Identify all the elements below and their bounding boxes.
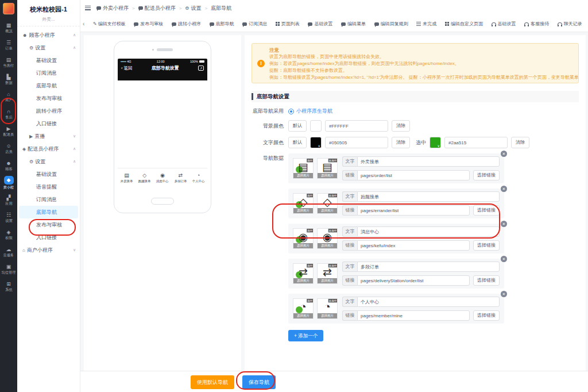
bg-clear-button[interactable]: 清除 (392, 120, 410, 132)
tree-publish-review-2[interactable]: 发布与审核 (17, 218, 80, 231)
select-link-button[interactable]: 选择链接 (473, 205, 500, 216)
choose-image-overlay[interactable]: 选择图片 (293, 278, 313, 283)
tree-settings-2[interactable]: ⚙设置∧ (17, 155, 80, 168)
collapse-menu-icon[interactable] (85, 6, 91, 10)
nav-link-input[interactable] (357, 275, 470, 286)
selected-icon-tile[interactable]: 选中◇选择图片 (293, 193, 314, 214)
rail-item-permissions[interactable]: ◈权限 (0, 226, 17, 243)
remove-row-icon[interactable] (501, 256, 507, 262)
nav-link-input[interactable] (357, 170, 470, 180)
unselected-icon-tile[interactable]: 未选中◔选择图片 (317, 298, 338, 319)
tree-settings-1[interactable]: ⚙设置∧ (17, 41, 80, 54)
tree-basic-settings-2[interactable]: 基础设置 (17, 168, 80, 180)
app-logo[interactable] (3, 3, 14, 14)
tab-page-list[interactable]: 页面列表 (276, 21, 300, 27)
selected-color-input[interactable] (444, 137, 508, 148)
unselected-icon-tile[interactable]: 未选中◉选择图片 (317, 228, 338, 249)
breadcrumb-item-settings[interactable]: ⚙设置 (185, 5, 201, 12)
text-default-button[interactable]: 默认 (288, 137, 307, 148)
text-clear-button[interactable]: 清除 (392, 137, 410, 148)
remove-row-icon[interactable] (501, 151, 507, 157)
selected-icon-tile[interactable]: 选中◉选择图片 (293, 228, 314, 249)
choose-image-overlay[interactable]: 选择图片 (318, 243, 337, 248)
rail-item-overview[interactable]: ▦概况 (0, 19, 17, 36)
native-nav-label[interactable]: 小程序原生导航 (296, 107, 332, 115)
selected-icon-tile[interactable]: 选中▤选择图片 (293, 158, 314, 179)
tab-publish-review[interactable]: 发布与审核 (134, 21, 163, 27)
remove-row-icon[interactable] (501, 186, 507, 192)
tree-voice-reminder[interactable]: 语音提醒 (17, 180, 80, 193)
tab-basic-settings-2[interactable]: 基础设置 (492, 21, 516, 27)
nav-text-input[interactable] (357, 156, 500, 167)
tree-bottom-nav-1[interactable]: 底部导航 (17, 79, 80, 92)
bg-color-swatch[interactable] (310, 120, 322, 132)
nav-text-input[interactable] (357, 262, 500, 272)
tab-subscribe-msg[interactable]: 订阅消息 (242, 21, 267, 27)
choose-image-overlay[interactable]: 选择图片 (293, 173, 313, 178)
remove-row-icon[interactable] (501, 221, 507, 227)
tab-service-reception[interactable]: 客服接待 (524, 21, 549, 27)
tab-edit-menu[interactable]: 编辑菜单 (341, 21, 366, 27)
choose-image-overlay[interactable]: 选择图片 (318, 278, 337, 283)
rail-item-sell-miniprogram[interactable]: ◆卖小程 (0, 174, 17, 191)
rail-item-system[interactable]: ⊞系统 (0, 278, 17, 295)
tab-jump-miniprogram[interactable]: 跳转小程序 (172, 21, 201, 27)
tabs-scroll-left[interactable]: ‹ (83, 21, 84, 27)
rail-item-merchant[interactable]: ⌂商户 (0, 88, 17, 105)
nav-link-input[interactable] (357, 205, 470, 216)
selected-color-swatch[interactable] (430, 137, 441, 148)
rail-item-slots[interactable]: ▣坑位管理 (0, 260, 17, 278)
choose-image-overlay[interactable]: 选择图片 (318, 313, 337, 318)
selected-icon-tile[interactable]: 选中◔选择图片 (293, 298, 314, 319)
nav-text-input[interactable] (357, 297, 500, 307)
tree-live[interactable]: ▶直播∨ (17, 130, 80, 143)
choose-image-overlay[interactable]: 选择图片 (318, 173, 337, 178)
save-nav-button[interactable]: 保存导航 (242, 375, 276, 389)
use-default-nav-button[interactable]: 使用默认导航 (191, 375, 234, 389)
rail-item-clerk[interactable]: ☺店员 (0, 140, 17, 157)
add-nav-item-button[interactable]: + 添加一个 (288, 330, 323, 341)
tree-entry-link-1[interactable]: 入口链接 (17, 117, 80, 130)
tab-chat-history[interactable]: 聊天记录 (558, 21, 582, 27)
bg-color-input[interactable] (325, 120, 388, 132)
tree-basic-settings-1[interactable]: 基础设置 (17, 54, 80, 67)
rail-item-facepay[interactable]: ▤当面付 (0, 53, 17, 71)
tab-unfinished[interactable]: 未完成 (416, 21, 436, 27)
tree-bottom-nav-2-active[interactable]: 底部导航 (19, 206, 78, 218)
tab-edit-custom-page[interactable]: 编辑自定义页面 (445, 21, 483, 27)
choose-image-overlay[interactable]: 选择图片 (293, 208, 313, 213)
breadcrumb-item-takeout[interactable]: 外卖小程序 (96, 5, 129, 12)
select-link-button[interactable]: 选择链接 (473, 275, 500, 286)
rail-item-apps[interactable]: ▞应用 (0, 191, 17, 209)
choose-image-overlay[interactable]: 选择图片 (293, 313, 313, 318)
tab-basic-settings-1[interactable]: 基础设置 (308, 21, 332, 27)
rail-item-courier[interactable]: ▶配送员 (0, 122, 17, 140)
tree-merchant-miniprogram[interactable]: ⌂商户小程序∨ (17, 244, 80, 256)
selected-clear-button[interactable]: 清除 (511, 137, 529, 148)
tree-courier-miniprogram[interactable]: ◈配送员小程序∧ (17, 143, 80, 155)
select-link-button[interactable]: 选择链接 (473, 240, 500, 251)
tree-subscribe-msg-1[interactable]: 订阅消息 (17, 67, 80, 79)
tree-subscribe-msg-2[interactable]: 订阅消息 (17, 193, 80, 206)
tree-customer-miniprogram[interactable]: ☻顾客小程序∧ (17, 29, 80, 41)
tab-edit-reply-rules[interactable]: 编辑回复规则 (374, 21, 408, 27)
remove-row-icon[interactable] (501, 291, 507, 297)
select-link-button[interactable]: 选择链接 (473, 310, 500, 321)
nav-text-input[interactable] (357, 226, 500, 237)
selected-icon-tile[interactable]: 选中⇄选择图片 (293, 263, 314, 284)
unselected-icon-tile[interactable]: 未选中◇选择图片 (317, 193, 338, 214)
breadcrumb-item-courier[interactable]: 配送员小程序 (138, 5, 176, 12)
unselected-icon-tile[interactable]: 未选中⇄选择图片 (317, 263, 338, 284)
native-nav-radio[interactable] (288, 109, 294, 114)
bg-default-button[interactable]: 默认 (288, 120, 307, 132)
text-color-input[interactable] (325, 137, 388, 148)
tree-publish-review-1[interactable]: 发布与审核 (17, 92, 80, 105)
tree-entry-link-2[interactable]: 入口链接 (17, 231, 80, 244)
choose-image-overlay[interactable]: 选择图片 (293, 243, 313, 248)
rail-item-data[interactable]: ▙数据 (0, 71, 17, 88)
rail-item-customer[interactable]: ☻顾客 (0, 157, 17, 174)
nav-link-input[interactable] (357, 240, 470, 251)
rail-item-settings[interactable]: ☷设置 (0, 209, 17, 226)
nav-text-input[interactable] (357, 191, 500, 202)
rail-item-orders[interactable]: ☰订单 (0, 36, 17, 53)
